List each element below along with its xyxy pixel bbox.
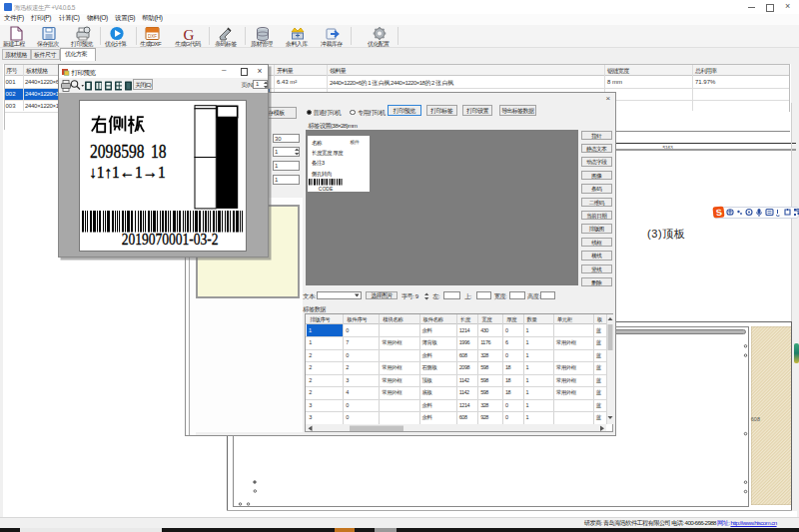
svg-text:DXF: DXF [148, 34, 157, 39]
